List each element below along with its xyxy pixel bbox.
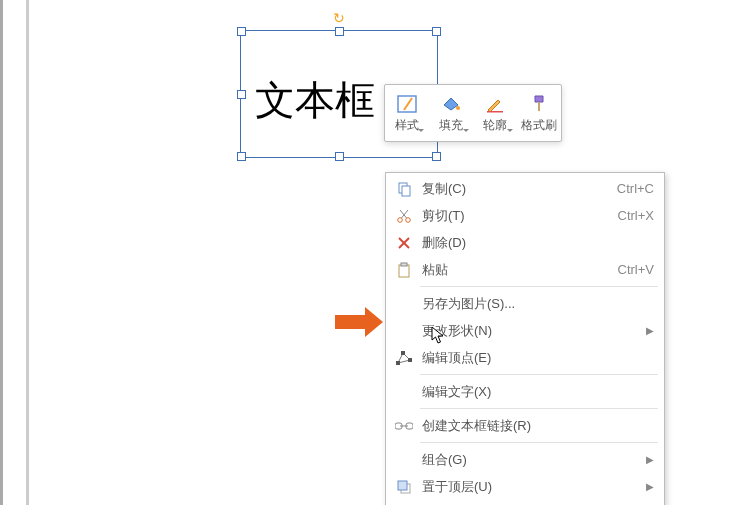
fill-button[interactable]: 填充	[428, 85, 472, 141]
menu-copy-label: 复制(C)	[416, 180, 617, 198]
textbox-text: 文本框	[255, 73, 375, 128]
blank-icon	[392, 450, 416, 470]
delete-icon	[392, 233, 416, 253]
outline-pen-icon	[485, 93, 505, 115]
bring-front-icon	[392, 477, 416, 497]
menu-send-back[interactable]: 置于底层(K) ▶	[386, 500, 664, 505]
resize-handle-bottom-left[interactable]	[237, 152, 246, 161]
cut-icon	[392, 206, 416, 226]
ruler-left	[6, 0, 26, 505]
annotation-arrow	[335, 307, 385, 337]
rotate-handle-icon[interactable]: ↻	[330, 9, 348, 27]
submenu-arrow-icon: ▶	[638, 481, 654, 492]
menu-delete[interactable]: 删除(D)	[386, 229, 664, 256]
menu-create-link-label: 创建文本框链接(R)	[416, 417, 654, 435]
menu-paste-label: 粘贴	[416, 261, 618, 279]
menu-edit-text-label: 编辑文字(X)	[416, 383, 654, 401]
submenu-arrow-icon: ▶	[638, 454, 654, 465]
menu-group-label: 组合(G)	[416, 451, 638, 469]
submenu-arrow-icon: ▶	[638, 325, 654, 336]
resize-handle-bottom-right[interactable]	[432, 152, 441, 161]
copy-icon	[392, 179, 416, 199]
outline-label: 轮廓	[483, 117, 507, 134]
style-button[interactable]: 样式	[385, 85, 428, 141]
menu-save-as-picture-label: 另存为图片(S)...	[416, 295, 654, 313]
style-icon	[397, 93, 417, 115]
resize-handle-top-left[interactable]	[237, 27, 246, 36]
format-painter-label: 格式刷	[521, 117, 557, 134]
svg-rect-14	[401, 263, 407, 266]
svg-line-1	[404, 98, 412, 110]
menu-separator	[420, 286, 658, 287]
resize-handle-bottom-mid[interactable]	[335, 152, 344, 161]
svg-line-9	[402, 210, 409, 218]
svg-rect-3	[487, 111, 503, 113]
outline-button[interactable]: 轮廓	[473, 85, 517, 141]
svg-rect-16	[396, 361, 400, 365]
menu-paste[interactable]: 粘贴 Ctrl+V	[386, 256, 664, 283]
context-menu: 复制(C) Ctrl+C 剪切(T) Ctrl+X 删除(D) 粘贴 Ctrl+…	[385, 172, 665, 505]
blank-icon	[392, 294, 416, 314]
menu-delete-label: 删除(D)	[416, 234, 654, 252]
svg-rect-6	[402, 186, 410, 196]
resize-handle-top-right[interactable]	[432, 27, 441, 36]
svg-rect-23	[398, 481, 407, 490]
menu-edit-vertices-label: 编辑顶点(E)	[416, 349, 654, 367]
menu-create-link[interactable]: 创建文本框链接(R)	[386, 412, 664, 439]
menu-group[interactable]: 组合(G) ▶	[386, 446, 664, 473]
svg-rect-4	[538, 102, 540, 111]
format-painter-icon	[529, 93, 549, 115]
menu-edit-text[interactable]: 编辑文字(X)	[386, 378, 664, 405]
style-label: 样式	[395, 117, 419, 134]
menu-copy[interactable]: 复制(C) Ctrl+C	[386, 175, 664, 202]
menu-paste-shortcut: Ctrl+V	[618, 262, 654, 277]
paste-icon	[392, 260, 416, 280]
svg-point-7	[398, 217, 403, 222]
link-icon	[392, 416, 416, 436]
menu-copy-shortcut: Ctrl+C	[617, 181, 654, 196]
svg-rect-17	[401, 351, 405, 355]
mini-toolbar: 样式 填充 轮廓 格式刷	[384, 84, 562, 142]
format-painter-button[interactable]: 格式刷	[517, 85, 561, 141]
blank-icon	[392, 321, 416, 341]
menu-separator	[420, 374, 658, 375]
menu-separator	[420, 442, 658, 443]
menu-change-shape[interactable]: 更改形状(N) ▶	[386, 317, 664, 344]
svg-line-10	[400, 210, 407, 218]
blank-icon	[392, 382, 416, 402]
menu-save-as-picture[interactable]: 另存为图片(S)...	[386, 290, 664, 317]
svg-rect-18	[408, 358, 412, 362]
svg-point-2	[456, 106, 460, 110]
svg-point-8	[406, 217, 411, 222]
menu-bring-front[interactable]: 置于顶层(U) ▶	[386, 473, 664, 500]
edit-vertices-icon	[392, 348, 416, 368]
menu-bring-front-label: 置于顶层(U)	[416, 478, 638, 496]
fill-label: 填充	[439, 117, 463, 134]
svg-rect-13	[399, 265, 409, 277]
resize-handle-top-mid[interactable]	[335, 27, 344, 36]
menu-change-shape-label: 更改形状(N)	[416, 322, 638, 340]
menu-cut[interactable]: 剪切(T) Ctrl+X	[386, 202, 664, 229]
resize-handle-mid-left[interactable]	[237, 90, 246, 99]
menu-edit-vertices[interactable]: 编辑顶点(E)	[386, 344, 664, 371]
menu-cut-label: 剪切(T)	[416, 207, 618, 225]
menu-cut-shortcut: Ctrl+X	[618, 208, 654, 223]
menu-separator	[420, 408, 658, 409]
fill-bucket-icon	[440, 93, 462, 115]
